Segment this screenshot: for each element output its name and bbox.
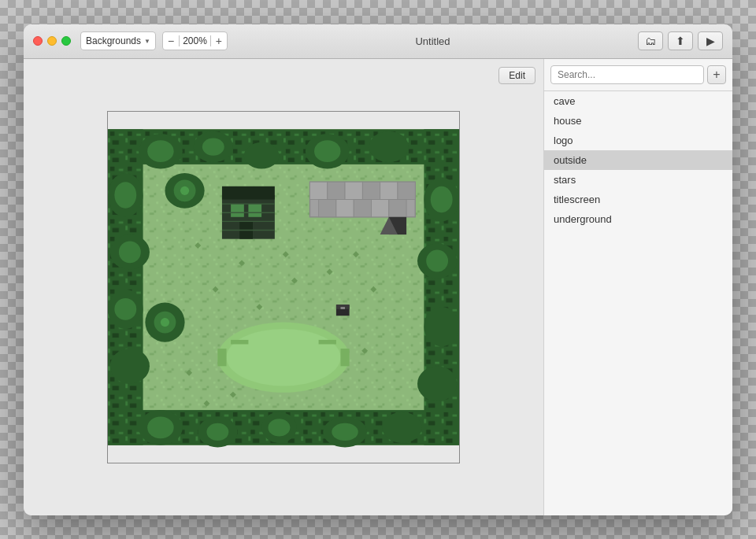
export-icon: ⬆: [676, 35, 685, 47]
svg-rect-61: [398, 182, 415, 199]
asset-viewer-panel: Edit: [24, 59, 543, 515]
list-item-label: titlescreen: [554, 194, 600, 205]
svg-point-37: [424, 307, 459, 346]
folder-icon: 🗂: [645, 35, 656, 47]
svg-point-32: [110, 349, 150, 384]
zoom-controls: − 200% +: [162, 31, 228, 50]
svg-rect-60: [380, 182, 398, 199]
zoom-level-display: 200%: [179, 35, 211, 46]
asset-canvas-container: [106, 110, 461, 464]
app-window: Backgrounds ▼ − 200% + Untitled 🗂 ⬆ ▶ Ed…: [24, 24, 732, 515]
asset-type-dropdown[interactable]: Backgrounds ▼: [80, 31, 156, 50]
asset-canvas: [107, 111, 460, 463]
export-button[interactable]: ⬆: [668, 31, 693, 50]
svg-point-47: [382, 412, 421, 442]
list-item-label: house: [554, 115, 581, 127]
asset-list: cave house logo outside stars titlescree…: [544, 91, 732, 515]
svg-point-36: [426, 249, 448, 271]
svg-rect-66: [389, 199, 406, 216]
toolbar-right: 🗂 ⬆ ▶: [638, 31, 723, 50]
svg-rect-80: [340, 307, 345, 309]
svg-rect-58: [345, 182, 362, 199]
main-content: Edit: [24, 59, 732, 515]
list-item-label: underground: [554, 213, 612, 225]
svg-point-40: [147, 416, 173, 438]
svg-point-29: [119, 241, 141, 263]
list-item-label: outside: [554, 154, 587, 166]
svg-point-38: [417, 366, 457, 401]
play-button[interactable]: ▶: [698, 31, 723, 50]
search-input[interactable]: [550, 65, 704, 84]
svg-point-21: [202, 138, 224, 155]
svg-rect-71: [248, 204, 261, 217]
svg-rect-85: [217, 349, 226, 366]
list-item-label: logo: [554, 135, 573, 146]
svg-rect-62: [319, 199, 336, 216]
asset-type-label: Backgrounds: [86, 35, 141, 46]
svg-rect-59: [362, 182, 380, 199]
list-item[interactable]: logo: [544, 131, 732, 150]
maximize-button[interactable]: [61, 36, 71, 46]
edit-asset-button[interactable]: Edit: [498, 67, 536, 84]
svg-rect-70: [231, 204, 244, 217]
svg-point-25: [369, 131, 409, 162]
close-button[interactable]: [33, 36, 43, 46]
svg-point-27: [114, 182, 136, 208]
svg-rect-65: [372, 199, 389, 216]
edit-button-container: Edit: [498, 67, 536, 84]
titlebar: Backgrounds ▼ − 200% + Untitled 🗂 ⬆ ▶: [24, 24, 732, 59]
svg-point-31: [114, 297, 136, 319]
svg-point-44: [268, 419, 290, 436]
sidebar-search-bar: +: [544, 59, 732, 91]
list-item[interactable]: house: [544, 111, 732, 131]
list-item[interactable]: stars: [544, 170, 732, 190]
zoom-out-button[interactable]: −: [163, 32, 179, 50]
svg-rect-57: [328, 182, 345, 199]
svg-point-24: [314, 140, 340, 162]
svg-point-82: [227, 328, 341, 385]
svg-point-34: [431, 186, 453, 212]
window-title: Untitled: [234, 35, 632, 47]
svg-point-46: [332, 423, 358, 440]
svg-rect-63: [336, 199, 354, 216]
list-item[interactable]: titlescreen: [544, 190, 732, 209]
svg-rect-86: [340, 349, 349, 366]
zoom-in-button[interactable]: +: [211, 32, 227, 50]
play-icon: ▶: [706, 35, 715, 47]
list-item[interactable]: underground: [544, 209, 732, 229]
files-sidebar-panel: + cave house logo outside stars: [543, 59, 732, 515]
svg-rect-56: [309, 182, 327, 199]
svg-rect-64: [354, 199, 371, 216]
list-item-label: stars: [554, 174, 576, 186]
svg-point-19: [147, 140, 173, 162]
svg-rect-72: [222, 186, 275, 199]
svg-point-42: [206, 423, 228, 440]
svg-rect-84: [319, 339, 336, 344]
open-folder-button[interactable]: 🗂: [638, 31, 663, 50]
list-item-selected[interactable]: outside: [544, 150, 732, 170]
list-item-label: cave: [554, 95, 575, 107]
chevron-down-icon: ▼: [144, 38, 150, 45]
traffic-lights: [33, 36, 71, 46]
svg-point-53: [161, 318, 169, 327]
svg-rect-83: [231, 339, 248, 344]
add-asset-button[interactable]: +: [707, 65, 726, 84]
minimize-button[interactable]: [47, 36, 57, 46]
svg-point-22: [244, 142, 280, 168]
svg-point-50: [180, 186, 189, 194]
list-item[interactable]: cave: [544, 91, 732, 111]
